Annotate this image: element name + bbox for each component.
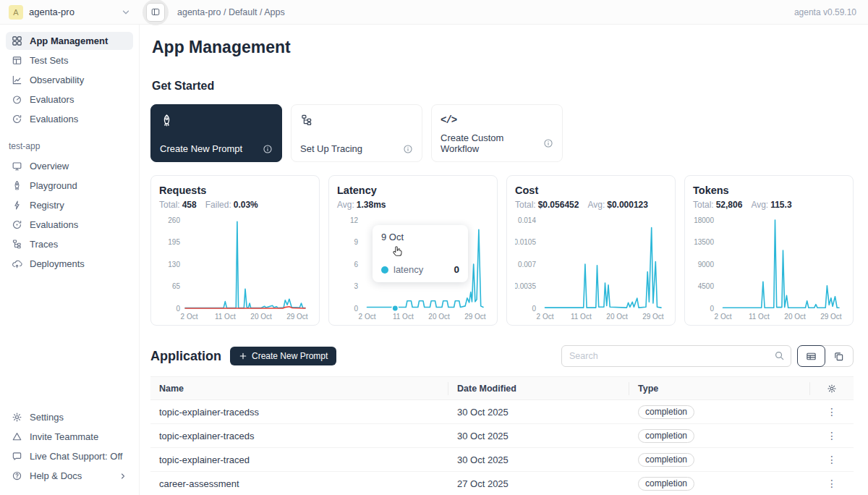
table-view-button[interactable] — [797, 345, 825, 367]
app-date: 27 Oct 2025 — [448, 478, 629, 489]
svg-text:13500: 13500 — [694, 238, 714, 246]
latency-tooltip: 9 Oct latency 0 — [373, 225, 468, 282]
chart-title: Latency — [337, 185, 489, 196]
column-date-modified[interactable]: Date Modified — [448, 382, 629, 395]
column-type[interactable]: Type — [629, 382, 810, 395]
svg-text:0.014: 0.014 — [518, 216, 536, 224]
type-badge: completion — [638, 405, 694, 419]
svg-text:29 Oct: 29 Oct — [642, 313, 664, 321]
set-up-tracing-card[interactable]: Set Up Tracing — [291, 104, 422, 162]
svg-text:0: 0 — [176, 305, 180, 313]
card-label: Set Up Tracing — [300, 143, 362, 154]
sidebar-item-evaluations[interactable]: Evaluations — [6, 110, 133, 128]
sidebar-item-playground[interactable]: Playground — [6, 177, 133, 195]
app-name[interactable]: topic-explainer-traceds — [150, 431, 448, 441]
search-input[interactable] — [561, 345, 791, 367]
column-settings[interactable] — [810, 382, 854, 395]
row-more-button[interactable]: ⋮ — [810, 454, 854, 465]
tokens-chart-card: Tokens Total:52,806 Avg:115.3 0450090001… — [684, 175, 854, 326]
applications-table: Name Date Modified Type topic-explainer-… — [150, 376, 854, 495]
sidebar-item-app-management[interactable]: App Management — [6, 32, 133, 50]
svg-text:20 Oct: 20 Oct — [784, 313, 806, 321]
tracing-tree-icon — [300, 113, 413, 127]
create-new-prompt-button[interactable]: Create New Prompt — [230, 347, 336, 365]
svg-text:18000: 18000 — [694, 216, 714, 224]
app-date: 30 Oct 2025 — [448, 431, 629, 441]
chart-title: Requests — [159, 185, 311, 196]
app-name[interactable]: topic-explainer-tracedss — [150, 407, 448, 418]
workspace-selector[interactable]: A agenta-pro — [0, 5, 140, 20]
svg-text:0.0035: 0.0035 — [515, 282, 536, 290]
cost-chart-card: Cost Total:$0.056452 Avg:$0.000123 00.00… — [506, 175, 676, 326]
info-icon[interactable] — [263, 144, 273, 154]
svg-text:0: 0 — [532, 305, 536, 313]
sidebar-item-traces[interactable]: Traces — [6, 235, 133, 253]
card-view-icon — [833, 351, 844, 362]
table-row[interactable]: topic-explainer-traceds 30 Oct 2025 comp… — [150, 424, 854, 448]
sidebar-item-settings[interactable]: Settings — [6, 408, 133, 426]
table-row[interactable]: topic-explainer-traced 30 Oct 2025 compl… — [150, 448, 854, 472]
table-row[interactable]: topic-explainer-tracedss 30 Oct 2025 com… — [150, 400, 854, 424]
app-name[interactable]: topic-explainer-traced — [150, 454, 448, 465]
create-custom-workflow-card[interactable]: </> Create Custom Workflow — [431, 104, 563, 162]
sidebar-item-registry[interactable]: Registry — [6, 196, 133, 214]
row-more-button[interactable]: ⋮ — [810, 478, 854, 489]
sidebar-collapse-button[interactable] — [146, 3, 165, 22]
sidebar-item-evaluations-app[interactable]: Evaluations — [6, 216, 133, 234]
line-chart-icon — [12, 75, 22, 85]
info-icon[interactable] — [543, 138, 553, 148]
svg-text:0: 0 — [354, 305, 358, 313]
row-more-button[interactable]: ⋮ — [810, 430, 854, 441]
app-section-label: test-app — [9, 141, 130, 151]
column-name[interactable]: Name — [150, 382, 448, 395]
sidebar-item-overview[interactable]: Overview — [6, 157, 133, 175]
search-box — [561, 345, 791, 367]
app-date: 30 Oct 2025 — [448, 454, 629, 465]
refresh-circle-icon — [12, 114, 22, 124]
svg-text:0.0105: 0.0105 — [515, 238, 536, 246]
breadcrumb[interactable]: agenta-pro / Default / Apps — [177, 7, 285, 17]
code-icon: </> — [441, 113, 553, 127]
tokens-chart[interactable]: 04500900013500180002 Oct11 Oct20 Oct29 O… — [693, 213, 845, 323]
table-header: Name Date Modified Type — [150, 377, 854, 400]
svg-text:11 Oct: 11 Oct — [215, 313, 236, 321]
latency-chart-card: Latency Avg:1.38ms 0369122 Oct11 Oct20 O… — [328, 175, 498, 326]
chart-title: Tokens — [693, 185, 845, 196]
lightning-icon — [12, 200, 22, 211]
svg-text:2 Oct: 2 Oct — [537, 313, 554, 321]
svg-text:29 Oct: 29 Oct — [286, 313, 308, 321]
create-new-prompt-card[interactable]: Create New Prompt — [150, 104, 282, 162]
info-icon[interactable] — [403, 144, 413, 154]
svg-text:9000: 9000 — [698, 261, 715, 268]
requests-chart[interactable]: 0651301952602 Oct11 Oct20 Oct29 Oct — [159, 213, 311, 323]
sidebar-item-test-sets[interactable]: Test Sets — [6, 51, 133, 69]
svg-text:9: 9 — [354, 238, 358, 246]
cost-chart[interactable]: 00.00350.0070.01050.0142 Oct11 Oct20 Oct… — [515, 213, 667, 323]
rocket-icon — [12, 180, 22, 191]
triangle-icon — [12, 431, 22, 442]
app-date: 30 Oct 2025 — [448, 407, 629, 418]
svg-text:29 Oct: 29 Oct — [820, 313, 842, 321]
application-title: Application — [150, 349, 221, 364]
sidebar-item-observability[interactable]: Observability — [6, 71, 133, 89]
metrics-charts: Requests Total:458 Failed:0.03% 06513019… — [150, 175, 854, 326]
type-badge: completion — [638, 429, 694, 443]
table-view-icon — [806, 351, 817, 362]
requests-chart-card: Requests Total:458 Failed:0.03% 06513019… — [150, 175, 320, 326]
svg-text:11 Oct: 11 Oct — [749, 313, 770, 321]
chart-title: Cost — [515, 185, 667, 196]
card-label: Create New Prompt — [160, 143, 242, 154]
sidebar-item-help-docs[interactable]: Help & Docs — [6, 467, 133, 485]
card-view-button[interactable] — [825, 346, 853, 366]
sidebar-item-invite-teammate[interactable]: Invite Teammate — [6, 428, 133, 446]
app-name[interactable]: career-assessment — [150, 478, 448, 489]
search-icon[interactable] — [774, 350, 785, 361]
svg-text:11 Oct: 11 Oct — [393, 313, 414, 321]
sidebar-item-deployments[interactable]: Deployments — [6, 255, 133, 273]
row-more-button[interactable]: ⋮ — [810, 406, 854, 418]
application-header: Application Create New Prompt — [150, 345, 854, 367]
table-row[interactable]: career-assessment 27 Oct 2025 completion… — [150, 472, 854, 495]
tree-icon — [12, 239, 22, 250]
sidebar-item-live-chat[interactable]: Live Chat Support: Off — [6, 447, 133, 465]
sidebar-item-evaluators[interactable]: Evaluators — [6, 90, 133, 109]
